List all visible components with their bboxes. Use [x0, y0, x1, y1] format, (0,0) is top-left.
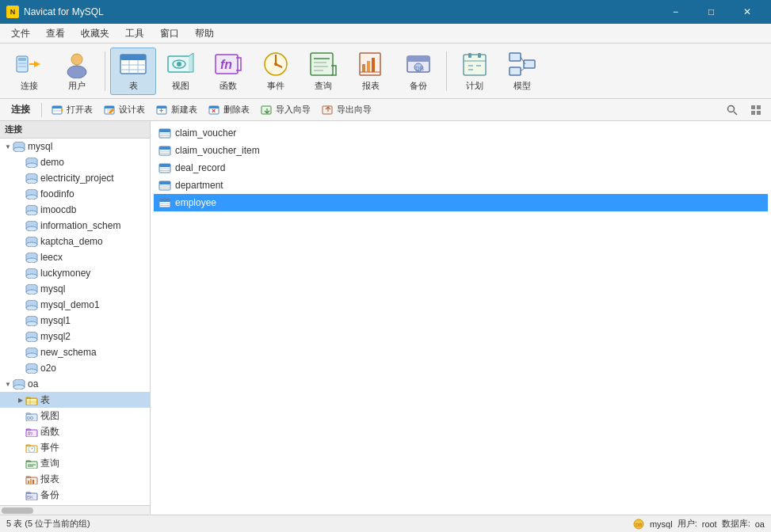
svg-point-105	[26, 321, 37, 326]
expand-arrow-oa-tables: ▶	[16, 395, 25, 405]
table-name-department: department	[175, 180, 223, 191]
menu-view[interactable]: 查看	[38, 25, 73, 43]
maximize-button[interactable]: □	[693, 0, 729, 24]
toolbar-view-label: 视图	[172, 80, 189, 92]
tree-item-demo[interactable]: ▶ demo	[0, 154, 150, 170]
table-row[interactable]: department	[154, 177, 768, 194]
tree-item-new-schema[interactable]: ▶ new_schema	[0, 344, 150, 360]
minimize-button[interactable]: −	[658, 0, 693, 24]
toolbar-connect-label: 连接	[21, 80, 38, 92]
menu-file[interactable]: 文件	[3, 25, 38, 43]
tree-label-mysql1: mysql1	[40, 315, 71, 326]
report-icon	[357, 50, 385, 78]
db-icon-o2o	[25, 363, 38, 374]
toolbar-view[interactable]: 视图	[158, 48, 204, 95]
tree-item-mysql3[interactable]: ▶ mysql2	[0, 329, 150, 344]
svg-rect-1	[18, 58, 26, 61]
tree-item-foodinfo[interactable]: ▶ foodinfo	[0, 186, 150, 202]
tree-item-electricity[interactable]: ▶ electricity_project	[0, 170, 150, 186]
toolbar-func[interactable]: fn 函数	[205, 48, 251, 95]
action-import[interactable]: 导入向导	[256, 101, 315, 119]
tree-item-oa-backups[interactable]: ▶ BK 备份	[0, 487, 150, 503]
table-row[interactable]: employee	[154, 194, 768, 211]
table-icon-claim-voucher	[158, 127, 171, 139]
toolbar-backup[interactable]: DB 备份	[395, 48, 441, 95]
menu-help[interactable]: 帮助	[187, 25, 222, 43]
db-icon-luckymoney	[25, 268, 38, 279]
tree-item-oa-reports[interactable]: ▶ 报表	[0, 471, 150, 487]
action-new[interactable]: + 新建表	[151, 101, 202, 119]
toolbar-event[interactable]: 事件	[253, 48, 299, 95]
tree-item-mysql2[interactable]: ▶ mysql	[0, 281, 150, 297]
close-button[interactable]: ✕	[729, 0, 765, 24]
tree-item-oa[interactable]: ▼ oa	[0, 376, 150, 392]
horizontal-scrollbar[interactable]	[0, 505, 150, 515]
table-row[interactable]: deal_record	[154, 159, 768, 177]
svg-rect-22	[311, 53, 333, 75]
action-view-toggle[interactable]	[746, 101, 766, 119]
toolbar-schedule[interactable]: 计划	[452, 48, 498, 95]
action-open[interactable]: 打开表	[47, 101, 97, 119]
tree-item-luckymoney[interactable]: ▶ luckymoney	[0, 265, 150, 281]
tree-label-kaptcha: kaptcha_demo	[40, 236, 103, 247]
toolbar-table[interactable]: 表	[110, 48, 156, 95]
svg-rect-135	[32, 480, 34, 484]
tree-item-o2o[interactable]: ▶ o2o	[0, 360, 150, 376]
toolbar-query[interactable]: 查询	[300, 48, 346, 95]
action-search[interactable]	[722, 101, 742, 119]
table-row[interactable]: claim_voucher_item	[154, 142, 768, 159]
tree-item-mysql1[interactable]: ▶ mysql1	[0, 313, 150, 329]
tree-item-information-schem[interactable]: ▶ information_schem	[0, 218, 150, 234]
tree-label-oa-funcs: 函数	[40, 425, 59, 439]
tree-label-demo: demo	[40, 157, 64, 168]
db-icon-imoocdb	[25, 204, 38, 215]
event-icon	[261, 50, 290, 78]
tree-item-leecx[interactable]: ▶ leecx	[0, 249, 150, 265]
schedule-icon	[460, 50, 489, 78]
svg-rect-146	[159, 146, 170, 150]
svg-rect-158	[159, 199, 170, 202]
action-export[interactable]: 导出向导	[317, 101, 376, 119]
svg-point-114	[26, 369, 37, 374]
toolbar-user[interactable]: 用户	[54, 48, 100, 95]
toolbar-query-label: 查询	[315, 80, 332, 92]
svg-rect-33	[407, 56, 429, 62]
toolbar-func-label: 函数	[219, 80, 237, 92]
tree-item-oa-views[interactable]: ▶ oo 视图	[0, 408, 150, 424]
tree-item-mysql-demo1[interactable]: ▶ mysql_demo1	[0, 297, 150, 313]
table-name-employee: employee	[175, 197, 216, 208]
menu-window[interactable]: 窗口	[152, 25, 187, 43]
toolbar-sep2	[446, 51, 447, 91]
scroll-thumb[interactable]	[2, 507, 33, 514]
tree-item-oa-funcs[interactable]: ▶ fn 函数	[0, 424, 150, 439]
tree-area[interactable]: ▼ mysql ▶	[0, 139, 150, 505]
toolbar-report[interactable]: 报表	[348, 48, 394, 95]
tree-item-oa-queries[interactable]: ▶ 查询	[0, 455, 150, 471]
svg-rect-154	[159, 181, 170, 184]
export-icon	[322, 104, 334, 116]
menu-favorites[interactable]: 收藏夹	[73, 25, 117, 43]
svg-text:fn: fn	[28, 431, 32, 436]
action-design[interactable]: 设计表	[99, 101, 150, 119]
toolbar-schedule-label: 计划	[466, 80, 483, 92]
svg-point-78	[26, 179, 37, 184]
menu-tools[interactable]: 工具	[117, 25, 152, 43]
expand-arrow-oa: ▼	[3, 379, 13, 389]
tree-item-mysql-root[interactable]: ▼ mysql	[0, 139, 150, 154]
folder-icon-oa-views: oo	[25, 410, 38, 421]
right-panel: claim_voucher claim_voucher_item	[151, 121, 771, 515]
svg-rect-142	[159, 129, 170, 132]
toolbar-model[interactable]: 模型	[499, 48, 545, 95]
toolbar-connect[interactable]: 连接	[6, 48, 52, 95]
tree-item-oa-events[interactable]: ▶ 🕐 事件	[0, 439, 150, 455]
toolbar-sep1	[105, 51, 105, 91]
svg-point-108	[26, 337, 37, 342]
table-row[interactable]: claim_voucher	[154, 124, 768, 142]
tree-item-kaptcha[interactable]: ▶ kaptcha_demo	[0, 234, 150, 249]
tree-item-imoocdb[interactable]: ▶ imoocdb	[0, 202, 150, 218]
folder-icon-oa-backups: BK	[25, 489, 38, 500]
status-mysql-icon: DB	[632, 519, 645, 530]
action-delete[interactable]: × 删除表	[204, 101, 254, 119]
main-area: 连接 ▼ mysql ▶	[0, 121, 771, 515]
tree-item-oa-tables[interactable]: ▶ 表	[0, 392, 150, 408]
